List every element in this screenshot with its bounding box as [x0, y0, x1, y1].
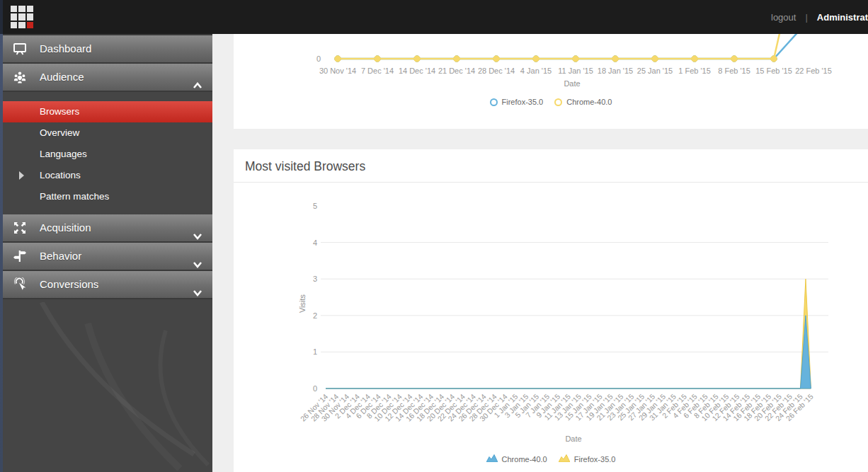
legend-area-icon: [486, 454, 498, 464]
sidebar-subitem-pattern-matches[interactable]: Pattern matches: [3, 186, 212, 207]
area-series: [326, 279, 811, 388]
sidebar-item-label: Conversions: [40, 278, 98, 290]
sidebar-item-label: Dashboard: [40, 42, 91, 54]
data-point-Chrome-40.0: [375, 56, 381, 62]
svg-text:8 Feb '15: 8 Feb '15: [718, 67, 750, 75]
chevron-down-icon: [193, 280, 202, 289]
data-point-Chrome-40.0: [454, 56, 460, 62]
x-axis-title: Date: [564, 79, 580, 88]
gridlines: [321, 243, 828, 352]
app-logo-icon[interactable]: [11, 6, 33, 28]
svg-text:30 Nov '14: 30 Nov '14: [319, 67, 356, 75]
sidebar-subitem-label: Languages: [40, 149, 87, 159]
weekly-visits-line-chart[interactable]: 030 Nov '147 Dec '1414 Dec '1421 Dec '14…: [234, 34, 868, 129]
most-visited-card: Most visited Browsers 012345Visits26 Nov…: [234, 149, 868, 472]
svg-text:22 Feb '15: 22 Feb '15: [795, 67, 832, 75]
topbar-separator: |: [805, 12, 807, 23]
svg-text:7 Dec '14: 7 Dec '14: [361, 67, 394, 75]
data-point-Chrome-40.0: [692, 56, 698, 62]
daily-chart-wrap: 012345Visits26 Nov '1428 Nov '1430 Nov '…: [234, 183, 868, 472]
svg-text:15 Feb '15: 15 Feb '15: [755, 67, 792, 75]
sidebar-subitem-label: Overview: [40, 127, 79, 138]
svg-text:4: 4: [313, 238, 317, 247]
data-point-Chrome-40.0: [612, 56, 619, 62]
data-point-Chrome-40.0: [493, 56, 500, 62]
legend-item-Firefox-35.0[interactable]: Firefox-35.0: [490, 98, 544, 106]
svg-text:28 Dec '14: 28 Dec '14: [478, 67, 515, 75]
submenu-expand-arrow-icon: [19, 171, 24, 180]
sidebar-item-audience[interactable]: Audience: [3, 64, 212, 92]
weekly-chart-card: 030 Nov '147 Dec '1414 Dec '1421 Dec '14…: [234, 34, 868, 129]
x-axis-labels: 26 Nov '1428 Nov '1430 Nov '142 Dec '144…: [299, 392, 815, 423]
sidebar-submenu-audience: BrowsersOverviewLanguagesLocationsPatter…: [3, 92, 212, 214]
top-bar: logout | Administrator: [0, 0, 868, 34]
svg-text:21 Dec '14: 21 Dec '14: [438, 67, 475, 75]
sidebar-item-label: Behavior: [40, 250, 81, 262]
sidebar-watermark: [3, 302, 212, 472]
svg-text:14 Dec '14: 14 Dec '14: [399, 67, 435, 75]
x-axis-title: Date: [565, 434, 581, 443]
sidebar-subitem-label: Pattern matches: [40, 191, 109, 202]
chevron-up-icon: [193, 73, 202, 81]
sidebar-item-label: Acquisition: [40, 221, 91, 234]
data-point-Chrome-40.0: [652, 56, 658, 62]
svg-text:11 Jan '15: 11 Jan '15: [558, 67, 593, 75]
legend-label: Chrome-40.0: [502, 455, 547, 464]
sidebar-subitem-label: Browsers: [40, 106, 79, 117]
svg-text:4 Jan '15: 4 Jan '15: [520, 67, 552, 75]
data-point-Chrome-40.0: [731, 56, 738, 62]
sidebar-subitem-overview[interactable]: Overview: [3, 122, 212, 144]
weekly-plot: [335, 34, 817, 62]
sidebar: DashboardAudienceBrowsersOverviewLanguag…: [3, 34, 212, 472]
x-axis-labels: 30 Nov '147 Dec '1414 Dec '1421 Dec '142…: [319, 67, 832, 75]
sidebar-subitem-languages[interactable]: Languages: [3, 144, 212, 165]
svg-text:1: 1: [313, 347, 317, 356]
svg-text:25 Jan '15: 25 Jan '15: [637, 67, 673, 75]
chevron-down-icon: [193, 252, 202, 260]
sidebar-item-conversions[interactable]: Conversions: [3, 271, 212, 299]
topbar-user-area: logout | Administrator: [771, 0, 868, 34]
daily-visits-area-chart[interactable]: 012345Visits26 Nov '1428 Nov '1430 Nov '…: [234, 183, 868, 472]
series-line-Chrome-40.0: [338, 34, 813, 59]
chevron-down-icon: [193, 224, 202, 232]
conversions-icon: [13, 277, 27, 292]
svg-text:3: 3: [313, 275, 317, 283]
sidebar-subitem-locations[interactable]: Locations: [3, 165, 212, 186]
section-title: Most visited Browsers: [234, 149, 868, 183]
svg-text:2: 2: [313, 311, 317, 320]
sidebar-subitem-label: Locations: [40, 170, 81, 180]
dashboard-icon: [13, 42, 27, 56]
content-area: 030 Nov '147 Dec '1414 Dec '1421 Dec '14…: [212, 34, 868, 472]
user-label: Administrator: [817, 12, 868, 23]
logout-link[interactable]: logout: [771, 12, 796, 23]
sidebar-item-label: Audience: [40, 71, 84, 83]
svg-text:5: 5: [313, 202, 317, 210]
sidebar-item-behavior[interactable]: Behavior: [3, 243, 212, 271]
audience-icon: [13, 70, 27, 84]
acquisition-icon: [13, 221, 27, 235]
legend-marker-icon: [490, 98, 498, 106]
data-point-Chrome-40.0: [335, 56, 341, 62]
data-point-Chrome-40.0: [573, 56, 579, 62]
data-point-Chrome-40.0: [771, 56, 777, 62]
data-point-Chrome-40.0: [414, 56, 421, 62]
sidebar-item-dashboard[interactable]: Dashboard: [3, 35, 212, 64]
sidebar-subitem-browsers[interactable]: Browsers: [3, 101, 212, 122]
daily-chart-legend: Chrome-40.0Firefox-35.0: [234, 454, 868, 464]
legend-label: Chrome-40.0: [566, 98, 612, 106]
y-tick-label: 0: [316, 54, 321, 63]
legend-item-Chrome-40.0[interactable]: Chrome-40.0: [554, 98, 612, 106]
svg-text:18 Jan '15: 18 Jan '15: [598, 67, 633, 75]
legend-marker-icon: [554, 98, 562, 106]
data-point-Chrome-40.0: [533, 56, 539, 62]
sidebar-item-acquisition[interactable]: Acquisition: [3, 214, 212, 243]
y-axis-title: Visits: [298, 294, 307, 313]
legend-item-Chrome-40.0[interactable]: Chrome-40.0: [486, 454, 547, 464]
desktop-edge: [0, 0, 3, 472]
legend-label: Firefox-35.0: [502, 98, 544, 106]
svg-text:0: 0: [313, 384, 317, 393]
svg-text:1 Feb '15: 1 Feb '15: [678, 67, 711, 75]
legend-item-Firefox-35.0[interactable]: Firefox-35.0: [559, 454, 616, 464]
series-line-Firefox-35.0: [338, 34, 813, 59]
legend-label: Firefox-35.0: [574, 455, 616, 464]
